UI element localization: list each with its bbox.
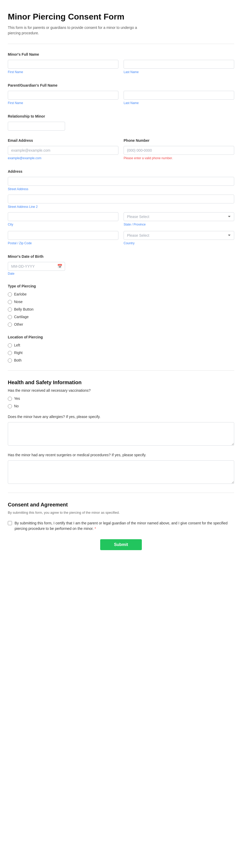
zip-input[interactable]	[8, 231, 118, 240]
guardian-last-name-col: Last Name	[124, 91, 234, 106]
piercing-location-radio[interactable]	[8, 359, 12, 363]
email-sublabel: example@example.com	[8, 156, 118, 160]
consent-form: Minor's Full Name First Name Last Name	[8, 52, 234, 550]
dob-section: Minor's Date of Birth 📅 Date	[8, 254, 234, 276]
piercing-type-label: Type of Piercing	[8, 283, 234, 289]
email-input[interactable]	[8, 146, 118, 155]
piercing-type-radio-group: Earlobe Nose Belly Button Cartilage Othe…	[8, 291, 234, 327]
guardian-first-name-group: First Name	[8, 91, 118, 105]
piercing-type-radio-item: Belly Button	[8, 307, 234, 312]
vaccination-radio-item: Yes	[8, 396, 234, 401]
email-phone-section: Email Address example@example.com Phone …	[8, 138, 234, 161]
submit-button[interactable]: Submit	[100, 539, 142, 550]
guardian-last-name-sublabel: Last Name	[124, 101, 234, 105]
city-group: City	[8, 212, 118, 227]
piercing-location-radio-group: Left Right Both	[8, 343, 234, 363]
vaccination-radio[interactable]	[8, 397, 12, 401]
minor-last-name-group: Last Name	[124, 60, 234, 74]
piercing-location-radio[interactable]	[8, 351, 12, 355]
minor-name-row: First Name Last Name	[8, 60, 234, 75]
vaccination-radio-label: No	[14, 403, 19, 409]
minor-last-name-col: Last Name	[124, 60, 234, 75]
vaccinations-question-group: Has the minor received all necessary vac…	[8, 388, 234, 409]
guardian-first-name-input[interactable]	[8, 91, 118, 100]
surgeries-question-group: Has the minor had any recent surgeries o…	[8, 452, 234, 485]
street2-sublabel: Street Address Line 2	[8, 205, 234, 209]
email-label: Email Address	[8, 138, 118, 143]
piercing-type-radio[interactable]	[8, 307, 12, 312]
city-sublabel: City	[8, 222, 118, 227]
guardian-first-name-col: First Name	[8, 91, 118, 106]
state-select[interactable]: Please Select	[124, 212, 234, 221]
address-label: Address	[8, 169, 234, 174]
state-group: Please Select State / Province	[124, 212, 234, 227]
piercing-location-radio-label: Left	[14, 343, 20, 348]
zip-sublabel: Postal / Zip Code	[8, 241, 118, 246]
surgeries-textarea[interactable]	[8, 460, 234, 484]
surgeries-question: Has the minor had any recent surgeries o…	[8, 452, 234, 458]
piercing-location-radio-label: Right	[14, 350, 23, 355]
vaccination-radio-label: Yes	[14, 396, 20, 401]
allergies-question-group: Does the minor have any allergies? If ye…	[8, 414, 234, 447]
zip-country-row: Postal / Zip Code Please Select Country	[8, 231, 234, 247]
guardian-last-name-group: Last Name	[124, 91, 234, 105]
piercing-type-radio[interactable]	[8, 322, 12, 327]
country-col: Please Select Country	[124, 231, 234, 247]
phone-label: Phone Number	[124, 138, 234, 143]
state-col: Please Select State / Province	[124, 212, 234, 228]
piercing-location-section: Location of Piercing Left Right Both	[8, 335, 234, 363]
date-wrapper: 📅	[8, 262, 65, 271]
zip-col: Postal / Zip Code	[8, 231, 118, 247]
piercing-location-radio-item: Both	[8, 358, 234, 363]
street2-input[interactable]	[8, 194, 234, 204]
street1-sublabel: Street Address	[8, 187, 234, 191]
page-title: Minor Piercing Consent Form	[8, 10, 234, 23]
relationship-input[interactable]	[8, 122, 65, 131]
piercing-location-radio[interactable]	[8, 343, 12, 347]
allergies-question: Does the minor have any allergies? If ye…	[8, 414, 234, 420]
minor-first-name-group: First Name	[8, 60, 118, 74]
page-container: Minor Piercing Consent Form This form is…	[0, 0, 242, 566]
guardian-last-name-input[interactable]	[124, 91, 234, 100]
city-state-row: City Please Select State / Province	[8, 212, 234, 228]
phone-input[interactable]	[124, 146, 234, 155]
minor-last-name-input[interactable]	[124, 60, 234, 69]
piercing-type-radio[interactable]	[8, 300, 12, 304]
email-phone-row: Email Address example@example.com Phone …	[8, 138, 234, 161]
phone-group: Please enter a valid phone number.	[124, 146, 234, 160]
piercing-type-radio-label: Cartilage	[14, 314, 29, 320]
country-group: Please Select Country	[124, 231, 234, 246]
piercing-type-radio-label: Other	[14, 322, 23, 327]
dob-input[interactable]	[8, 262, 65, 271]
piercing-location-radio-item: Left	[8, 343, 234, 348]
minor-first-name-input[interactable]	[8, 60, 118, 69]
phone-sublabel: Please enter a valid phone number.	[124, 156, 234, 160]
piercing-type-radio[interactable]	[8, 315, 12, 319]
vaccination-radio[interactable]	[8, 404, 12, 408]
piercing-type-radio[interactable]	[8, 292, 12, 297]
consent-title: Consent and Agreement	[8, 501, 234, 508]
piercing-type-radio-label: Belly Button	[14, 307, 34, 312]
piercing-location-label: Location of Piercing	[8, 335, 234, 340]
piercing-type-radio-item: Cartilage	[8, 314, 234, 320]
relationship-input-wrapper	[8, 122, 65, 131]
guardian-name-label: Parent/Guardian's Full Name	[8, 83, 234, 88]
phone-col: Phone Number Please enter a valid phone …	[124, 138, 234, 161]
country-select[interactable]: Please Select	[124, 231, 234, 240]
state-sublabel: State / Province	[124, 222, 234, 227]
city-input[interactable]	[8, 212, 118, 221]
piercing-type-radio-label: Nose	[14, 299, 23, 305]
street1-input[interactable]	[8, 177, 234, 186]
consent-checkbox-label[interactable]: By submitting this form, I certify that …	[8, 521, 234, 531]
vaccination-radio-item: No	[8, 403, 234, 409]
consent-checkbox[interactable]	[8, 521, 12, 525]
piercing-type-radio-item: Earlobe	[8, 291, 234, 297]
form-description: This form is for parents or guardians to…	[8, 25, 138, 36]
allergies-textarea[interactable]	[8, 422, 234, 445]
consent-checkbox-wrapper: By submitting this form, I certify that …	[8, 521, 234, 531]
health-section: Health and Safety Information Has the mi…	[8, 378, 234, 485]
email-group: example@example.com	[8, 146, 118, 160]
piercing-type-section: Type of Piercing Earlobe Nose Belly Butt…	[8, 283, 234, 327]
minor-first-name-col: First Name	[8, 60, 118, 75]
email-col: Email Address example@example.com	[8, 138, 118, 161]
